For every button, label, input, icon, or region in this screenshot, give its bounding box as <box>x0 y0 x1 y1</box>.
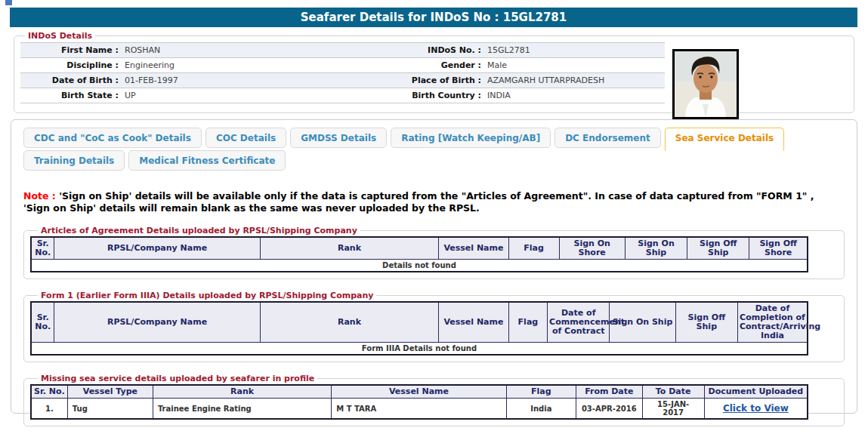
page-corner-fragment <box>5 0 12 5</box>
details-not-found-message: Details not found <box>31 260 808 272</box>
form-iiia-not-found-message: Form IIIA Details not found <box>31 343 808 356</box>
form1-table: Sr. No. RPSL/Company Name Rank Vessel Na… <box>30 301 808 356</box>
indos-details-grid: First Name : ROSHAN INDoS No. : 15GL2781… <box>20 42 665 103</box>
column-header: Rank <box>260 302 438 343</box>
rank-cell: Trainee Engine Rating <box>153 399 331 420</box>
tab-bar: CDC and "CoC as Cook" Details COC Detail… <box>23 128 845 172</box>
note-text: 'Sign on Ship' details will be available… <box>23 190 814 214</box>
table-header-row: Sr. No. RPSL/Company Name Rank Vessel Na… <box>31 237 808 260</box>
gender-value: Male <box>481 60 665 70</box>
birth-country-label: Birth Country : <box>338 91 481 100</box>
empty-row: Form IIIA Details not found <box>31 343 808 356</box>
birth-state-label: Birth State : <box>20 91 119 100</box>
table-row: 1. Tug Trainee Engine Rating M T TARA In… <box>31 399 808 420</box>
note-label: Note : <box>23 190 56 202</box>
column-header: Sign On Shore <box>559 237 625 260</box>
discipline-value: Engineering <box>119 60 338 70</box>
seafarer-photo-image <box>675 51 737 117</box>
table-header-row: Sr. No. Vessel Type Rank Vessel Name Fla… <box>31 385 808 399</box>
tab-training-details[interactable]: Training Details <box>23 150 125 171</box>
indos-row: Date of Birth : 01-FEB-1997 Place of Bir… <box>20 73 665 88</box>
column-header: Sr. No. <box>31 237 54 260</box>
column-header: Flag <box>508 302 547 343</box>
column-header: To Date <box>642 385 704 399</box>
tab-sea-service-details[interactable]: Sea Service Details <box>665 128 784 151</box>
place-of-birth-value: AZAMGARH UTTARPRADESH <box>481 75 665 85</box>
tab-rating-watch-keeping-ab[interactable]: Rating [Watch Keeping/AB] <box>391 128 551 148</box>
tab-coc-details[interactable]: COC Details <box>205 128 286 148</box>
missing-sea-service-table: Sr. No. Vessel Type Rank Vessel Name Fla… <box>30 384 808 420</box>
column-header: From Date <box>576 385 642 399</box>
column-header: Date of Completion of Contract/Arriving … <box>737 302 808 343</box>
first-name-label: First Name : <box>20 45 119 55</box>
indos-no-label: INDoS No. : <box>338 45 481 55</box>
column-header: Sign On Ship <box>610 302 675 343</box>
from-date-cell: 03-APR-2016 <box>576 399 642 420</box>
column-header: Date of Commencement of Contract <box>548 302 610 343</box>
indos-details-legend: INDoS Details <box>25 31 95 41</box>
column-header: Sr. No. <box>31 302 54 343</box>
column-header: Sign On Ship <box>625 237 687 260</box>
page-title: Seafarer Details for INDoS No : 15GL2781 <box>10 8 857 27</box>
date-of-birth-label: Date of Birth : <box>20 75 119 85</box>
column-header: Sign Off Ship <box>675 302 737 343</box>
empty-row: Details not found <box>31 260 808 272</box>
seafarer-photo <box>672 49 739 119</box>
tab-medical-fitness-certificate[interactable]: Medical Fitness Certificate <box>128 150 286 171</box>
articles-of-agreement-table: Sr. No. RPSL/Company Name Rank Vessel Na… <box>30 236 808 272</box>
gender-label: Gender : <box>338 60 481 70</box>
birth-state-value: UP <box>119 91 338 100</box>
missing-sea-service-section: Missing sea service details uploaded by … <box>23 374 845 426</box>
flag-cell: India <box>506 399 576 420</box>
column-header: Rank <box>153 385 331 399</box>
column-header: Flag <box>508 237 559 260</box>
column-header: Vessel Type <box>67 385 153 399</box>
indos-details-section: INDoS Details First Name : ROSHAN INDoS … <box>14 31 854 113</box>
indos-row: Discipline : Engineering Gender : Male <box>20 58 665 73</box>
tab-dc-endorsement[interactable]: DC Endorsement <box>554 128 661 148</box>
column-header: Sign Off Ship <box>687 237 749 260</box>
vessel-type-cell: Tug <box>67 399 153 420</box>
discipline-label: Discipline : <box>20 60 119 70</box>
column-header: Vessel Name <box>439 237 509 260</box>
table-header-row: Sr. No. RPSL/Company Name Rank Vessel Na… <box>31 302 808 343</box>
birth-country-value: INDIA <box>481 91 665 100</box>
vessel-name-cell: M T TARA <box>332 399 506 420</box>
column-header: Vessel Name <box>332 385 506 399</box>
column-header: Sign Off Shore <box>749 237 808 260</box>
click-to-view-link[interactable]: Click to View <box>723 403 789 414</box>
form1-legend: Form 1 (Earlier Form IIIA) Details uploa… <box>38 291 376 300</box>
to-date-cell: 15-JAN-2017 <box>642 399 704 420</box>
column-header: Rank <box>260 237 438 260</box>
sr-no-cell: 1. <box>31 399 67 420</box>
tab-content-panel: CDC and "CoC as Cook" Details COC Detail… <box>11 119 857 414</box>
form1-section: Form 1 (Earlier Form IIIA) Details uploa… <box>23 291 845 362</box>
column-header: RPSL/Company Name <box>54 237 260 260</box>
sign-on-ship-note: Note : 'Sign on Ship' details will be av… <box>23 190 832 214</box>
column-header: Document Uploaded <box>704 385 808 399</box>
column-header: Sr. No. <box>31 385 67 399</box>
indos-row: First Name : ROSHAN INDoS No. : 15GL2781 <box>20 43 665 58</box>
tab-gmdss-details[interactable]: GMDSS Details <box>290 128 387 148</box>
missing-sea-service-legend: Missing sea service details uploaded by … <box>38 374 317 383</box>
indos-no-value: 15GL2781 <box>481 45 665 55</box>
articles-of-agreement-legend: Articles of Agreement Details uploaded b… <box>38 226 360 235</box>
first-name-value: ROSHAN <box>119 45 338 55</box>
articles-of-agreement-section: Articles of Agreement Details uploaded b… <box>23 226 845 279</box>
indos-row: Birth State : UP Birth Country : INDIA <box>20 88 665 103</box>
column-header: Flag <box>506 385 576 399</box>
date-of-birth-value: 01-FEB-1997 <box>119 75 338 85</box>
place-of-birth-label: Place of Birth : <box>338 75 481 85</box>
column-header: RPSL/Company Name <box>54 302 260 343</box>
column-header: Vessel Name <box>439 302 509 343</box>
tab-cdc-coc-as-cook-details[interactable]: CDC and "CoC as Cook" Details <box>23 128 202 148</box>
